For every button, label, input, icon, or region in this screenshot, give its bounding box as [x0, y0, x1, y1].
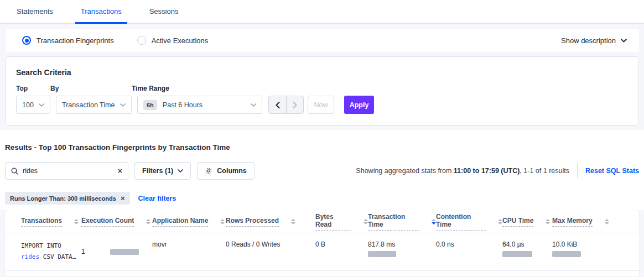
max-memory-cell: 10.0 KiB	[552, 241, 639, 263]
radio-transaction-fingerprints[interactable]: Transaction Fingerprints	[22, 36, 114, 45]
max-memory-bar	[552, 251, 581, 257]
columns-button-label: Columns	[217, 167, 246, 175]
radio-selected-icon[interactable]	[22, 36, 31, 45]
column-header-bytes-read[interactable]: Bytes Read	[315, 213, 368, 231]
rows-processed-cell: 0 Reads / 0 Writes	[226, 241, 315, 263]
view-toggle-group: Transaction Fingerprints Active Executio…	[22, 36, 231, 45]
column-header-rows-processed[interactable]: Rows Processed	[226, 217, 315, 227]
by-field: By Transaction Time	[50, 85, 132, 114]
now-button[interactable]: Now	[308, 96, 334, 114]
by-label: By	[50, 85, 132, 92]
tab-sessions[interactable]: Sessions	[144, 0, 184, 24]
table-header-row: Transactions Execution Count Application…	[5, 210, 639, 233]
sort-desc-icon[interactable]	[432, 219, 436, 224]
radio-active-executions[interactable]: Active Executions	[137, 36, 209, 45]
results-search-box[interactable]: ×	[5, 162, 128, 180]
top-label: Top	[16, 85, 50, 92]
top-tab-bar: Statements Transactions Sessions	[0, 0, 644, 24]
application-name-cell: movr	[152, 241, 226, 263]
search-criteria-card: Search Criteria Top 100 By Transaction T…	[6, 56, 639, 126]
radio-label: Transaction Fingerprints	[37, 36, 114, 45]
results-table-wrap: Transactions Execution Count Application…	[0, 210, 644, 277]
chevron-down-icon	[251, 103, 256, 107]
transaction-fingerprint-link[interactable]: rides	[21, 253, 39, 260]
apply-button[interactable]: Apply	[344, 96, 374, 114]
contention-time-cell: 0.0 ns	[436, 241, 502, 263]
chevron-down-icon	[120, 103, 126, 107]
results-table: Transactions Execution Count Application…	[5, 210, 639, 276]
filters-button-label: Filters (1)	[142, 167, 173, 175]
cpu-time-bar	[502, 251, 532, 257]
column-header-transaction-time[interactable]: Transaction Time	[368, 213, 436, 231]
column-header-transactions[interactable]: Transactions	[21, 217, 81, 227]
divider	[577, 163, 578, 179]
tab-statements[interactable]: Statements	[11, 0, 59, 24]
time-range-label: Time Range	[132, 85, 262, 92]
sort-icon[interactable]	[546, 219, 550, 224]
time-range-field: Time Range 6h Past 6 Hours	[132, 85, 262, 114]
time-step-buttons	[268, 96, 304, 114]
sort-icon[interactable]	[74, 219, 79, 224]
show-description-toggle[interactable]: Show description	[561, 36, 627, 45]
time-range-select[interactable]: 6h Past 6 Hours	[137, 96, 262, 114]
execution-count-bar	[110, 249, 139, 255]
search-criteria-title: Search Criteria	[16, 68, 629, 77]
aggregated-stats-text: Showing aggregated stats from 11:00 to 1…	[356, 167, 569, 175]
filter-pill: Runs Longer Than: 300 milliseconds ×	[5, 192, 130, 205]
chevron-down-icon	[178, 169, 183, 173]
sort-icon[interactable]	[498, 219, 502, 224]
search-icon	[11, 168, 18, 175]
chevron-left-icon	[276, 102, 280, 108]
results-heading: Results - Top 100 Transaction Fingerprin…	[5, 143, 639, 151]
bytes-read-cell: 0 B	[315, 241, 368, 263]
clear-search-icon[interactable]: ×	[118, 167, 122, 175]
sort-icon[interactable]	[220, 219, 225, 224]
show-description-label: Show description	[561, 36, 616, 45]
radio-unselected-icon[interactable]	[137, 36, 146, 45]
top-field: Top 100	[16, 85, 50, 114]
tab-transactions[interactable]: Transactions	[75, 0, 127, 24]
sort-icon[interactable]	[605, 219, 609, 224]
filters-button[interactable]: Filters (1)	[134, 162, 191, 180]
results-section: Results - Top 100 Transaction Fingerprin…	[0, 130, 644, 210]
time-range-badge: 6h	[143, 100, 157, 110]
radio-label: Active Executions	[152, 36, 209, 45]
transaction-fingerprint-cell[interactable]: IMPORT INTO rides CSV DATA…	[21, 241, 81, 263]
active-filters-row: Runs Longer Than: 300 milliseconds × Cle…	[5, 192, 639, 205]
sort-icon[interactable]	[363, 219, 368, 224]
column-header-contention-time[interactable]: Contention Time	[436, 213, 502, 231]
sort-icon[interactable]	[291, 219, 295, 224]
view-toggle-card: Transaction Fingerprints Active Executio…	[6, 29, 639, 52]
transaction-time-cell: 817.8 ms	[368, 241, 436, 263]
table-row[interactable]: IMPORT INTO rides CSV DATA… 1 movr 0 Rea…	[5, 233, 639, 271]
top-select[interactable]: 100	[16, 96, 50, 114]
column-header-cpu-time[interactable]: CPU Time	[502, 217, 552, 227]
chevron-down-icon	[621, 39, 627, 43]
chevron-down-icon	[39, 103, 44, 107]
results-toolbar: × Filters (1) Columns Showing aggregated…	[5, 162, 639, 180]
table-card-footer	[5, 271, 639, 276]
transaction-time-bar	[368, 251, 396, 257]
time-range-value: Past 6 Hours	[163, 101, 251, 109]
previous-time-button[interactable]	[269, 96, 286, 113]
by-select-value: Transaction Time	[62, 101, 120, 109]
reset-sql-stats-link[interactable]: Reset SQL Stats	[585, 167, 639, 175]
gear-icon	[205, 167, 212, 175]
column-header-max-memory[interactable]: Max Memory	[552, 217, 639, 227]
column-header-execution-count[interactable]: Execution Count	[81, 217, 152, 227]
chevron-right-icon	[293, 102, 297, 108]
column-header-application-name[interactable]: Application Name	[152, 217, 226, 227]
filters-band: Transaction Fingerprints Active Executio…	[0, 24, 644, 130]
columns-button[interactable]: Columns	[197, 162, 254, 180]
top-select-value: 100	[22, 101, 39, 109]
filter-pill-label: Runs Longer Than: 300 milliseconds	[10, 195, 116, 202]
by-select[interactable]: Transaction Time	[56, 96, 132, 114]
search-input[interactable]	[23, 167, 118, 175]
clear-filters-link[interactable]: Clear filters	[138, 195, 176, 202]
cpu-time-cell: 64.0 µs	[502, 241, 552, 263]
next-time-button[interactable]	[286, 96, 303, 113]
execution-count-cell: 1	[81, 241, 152, 263]
remove-filter-icon[interactable]: ×	[121, 195, 125, 202]
sort-icon[interactable]	[146, 219, 150, 224]
